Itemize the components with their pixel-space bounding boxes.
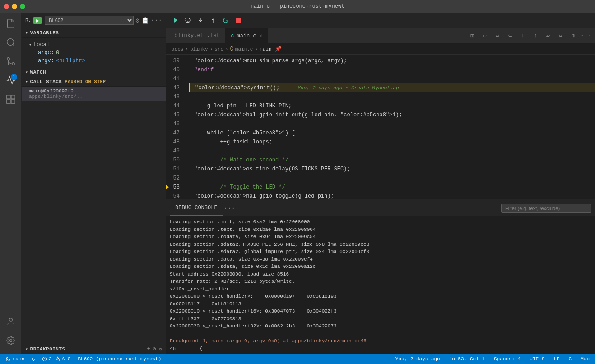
- variables-local-header[interactable]: ▾ Local: [29, 41, 158, 49]
- status-encoding[interactable]: UTF-8: [528, 354, 546, 364]
- sidebar-item-account[interactable]: [2, 313, 20, 331]
- add-icon[interactable]: ⊕: [568, 30, 579, 41]
- console-output[interactable]: Breakpoint 1 at 0x22009Zee: file apps/bl…: [166, 217, 595, 354]
- variables-chevron: ▾: [25, 30, 28, 36]
- breakpoints-label: BREAKPOINTS: [30, 346, 65, 352]
- code-line: [189, 92, 595, 101]
- close-tab-icon[interactable]: ✕: [259, 32, 262, 39]
- console-line: Loading section .rodata, size 0x94 lma 0…: [170, 233, 591, 241]
- breadcrumb-src[interactable]: src: [214, 46, 223, 52]
- undo-icon[interactable]: ↩: [543, 30, 553, 41]
- svg-rect-4: [6, 95, 10, 99]
- status-debug-config[interactable]: BL602 (pinecone-rust-mynewt): [76, 354, 163, 364]
- tab-main-c[interactable]: C main.c ✕: [226, 28, 268, 44]
- run-icon: ▶: [36, 18, 39, 23]
- breadcrumb-file[interactable]: main.c: [235, 46, 253, 52]
- go-back-icon[interactable]: ↩: [492, 30, 503, 41]
- redo-icon[interactable]: ↪: [555, 30, 566, 41]
- run-debug-button[interactable]: ▶: [33, 17, 42, 24]
- new-terminal-icon[interactable]: 📋: [141, 17, 149, 24]
- status-position[interactable]: Ln 53, Col 1: [447, 354, 487, 364]
- breadcrumb-pin-icon[interactable]: 📌: [275, 46, 282, 52]
- status-platform[interactable]: Mac: [579, 354, 591, 364]
- step-into-button[interactable]: [195, 15, 206, 26]
- console-line: Loading section .text, size 0x1bae lma 0…: [170, 226, 591, 234]
- continue-button[interactable]: [170, 15, 181, 26]
- status-errors[interactable]: 3 A 0: [40, 354, 72, 364]
- maximize-button[interactable]: [20, 4, 25, 9]
- callstack-frame-0[interactable]: main@0x220092f2 apps/blinky/src/...: [22, 87, 166, 101]
- var-value-argv: <nullptr>: [56, 58, 85, 64]
- callstack-header[interactable]: ▾ CALL STACK PAUSED ON STEP: [22, 77, 166, 87]
- panel-filter-input[interactable]: [501, 204, 591, 213]
- breadcrumb-sep-1: ›: [185, 46, 188, 52]
- tab-blinky-elf[interactable]: blinky.elf.lst: [166, 28, 226, 44]
- toggle-secondary-icon[interactable]: ↔: [479, 30, 490, 41]
- debug-config-select[interactable]: BL602: [45, 16, 134, 25]
- breadcrumb-apps[interactable]: apps: [172, 46, 183, 52]
- sidebar-item-settings[interactable]: [2, 332, 20, 350]
- breadcrumb-file-icon: C: [230, 46, 233, 52]
- settings-gear-icon[interactable]: ⚙: [135, 17, 139, 24]
- activity-bar: 1: [0, 13, 22, 354]
- restart-button[interactable]: [220, 15, 231, 26]
- status-branch[interactable]: main: [4, 354, 26, 364]
- svg-point-3: [7, 58, 9, 60]
- code-line: "color:#dcdcaa">hal_gpio_init_out(g_led_…: [189, 111, 595, 120]
- main-c-icon: C: [231, 33, 234, 39]
- breadcrumb-blinky[interactable]: blinky: [190, 46, 208, 52]
- console-line: 46 {: [170, 345, 591, 353]
- main-content: blinky.elf.lst C main.c ✕ ⊞ ↔ ↩ ↪ ↓ ↑: [166, 13, 595, 354]
- local-label: Local: [33, 41, 50, 48]
- code-line: g_led_pin = LED_BLINK_PIN;: [189, 101, 595, 111]
- go-forward-icon[interactable]: ↪: [505, 30, 516, 41]
- download-icon[interactable]: ↓: [517, 30, 528, 41]
- console-line: Loading section .data, size 0x438 lma 0x…: [170, 256, 591, 263]
- sidebar-item-extensions[interactable]: [2, 90, 20, 108]
- panel-tab-more[interactable]: ···: [224, 205, 235, 212]
- status-line-ending[interactable]: LF: [552, 354, 561, 364]
- close-button[interactable]: [4, 4, 9, 9]
- sidebar-item-explorer[interactable]: [2, 14, 20, 32]
- code-content[interactable]: * the main task for * and then blinks th…: [189, 55, 595, 199]
- remove-breakpoints-icon[interactable]: ↺: [159, 346, 162, 352]
- console-line: Loading section .init, size 0xa2 lma 0x2…: [170, 218, 591, 226]
- more-actions-icon[interactable]: ···: [151, 17, 162, 24]
- status-sync[interactable]: ↻: [30, 354, 37, 364]
- sidebar-item-search[interactable]: [2, 33, 20, 51]
- watch-section-header[interactable]: ▾ WATCH: [22, 68, 166, 77]
- sidebar-item-debug[interactable]: 1: [2, 71, 20, 89]
- watch-chevron: ▾: [25, 69, 28, 75]
- sidebar-item-source-control[interactable]: [2, 52, 20, 70]
- minimize-button[interactable]: [12, 4, 17, 9]
- status-git-blame[interactable]: You, 2 days ago: [394, 354, 442, 364]
- status-spaces[interactable]: Spaces: 4: [492, 354, 522, 364]
- console-line: Transfer rate: 2 KB/sec, 1216 bytes/writ…: [170, 278, 591, 286]
- disable-breakpoints-icon[interactable]: ⊘: [153, 346, 156, 352]
- step-over-button[interactable]: [182, 15, 193, 26]
- line-number: 54: [166, 192, 183, 199]
- line-number: 46: [166, 120, 183, 129]
- tab-debug-console[interactable]: DEBUG CONSOLE: [170, 201, 223, 216]
- breakpoints-header[interactable]: ▾ BREAKPOINTS + ⊘ ↺: [22, 344, 166, 354]
- svg-point-0: [7, 39, 14, 46]
- upload-icon[interactable]: ↑: [530, 30, 541, 41]
- console-line: 0x22008000 <_reset_handler>: 0x0000d197 …: [170, 293, 591, 300]
- breadcrumb-sep-4: ›: [255, 46, 258, 52]
- code-line: [189, 74, 595, 83]
- add-breakpoint-icon[interactable]: +: [147, 346, 150, 352]
- breadcrumb-symbol[interactable]: main: [260, 46, 271, 52]
- code-line: [189, 147, 595, 156]
- code-editor: 3940414243444546474849505152535455565758…: [166, 55, 595, 199]
- svg-line-1: [13, 44, 14, 46]
- variables-local-group: ▾ Local argc: 0 argv: <nullptr>: [22, 40, 166, 66]
- variables-section-header[interactable]: ▾ VARIABLES: [22, 28, 166, 38]
- split-editor-icon[interactable]: ⊞: [467, 30, 478, 41]
- more-icon[interactable]: ···: [581, 30, 591, 41]
- step-out-button[interactable]: [208, 15, 218, 26]
- status-language[interactable]: C: [567, 354, 574, 364]
- code-line: [189, 174, 595, 183]
- window-title: main.c — pinecone-rust-mynewt: [251, 3, 345, 9]
- console-line: Breakpoint 1, main (argc=0, argv=0x0) at…: [170, 337, 591, 345]
- stop-button[interactable]: [233, 15, 244, 26]
